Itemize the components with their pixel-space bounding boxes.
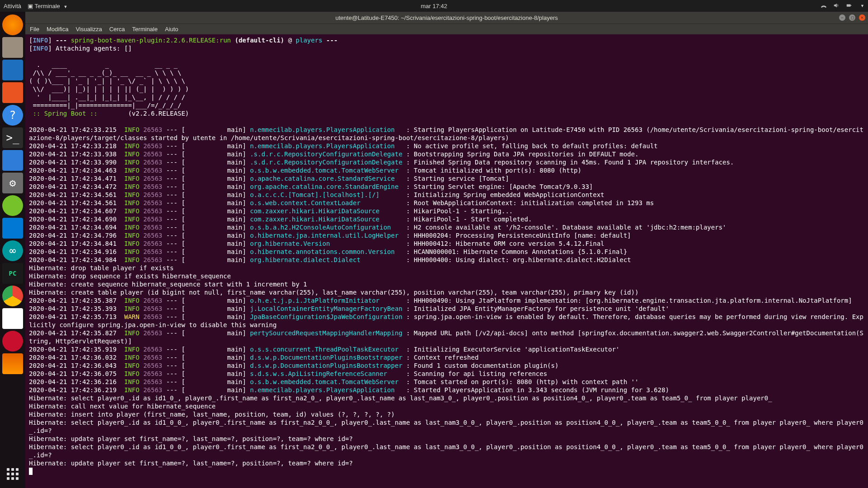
dock-libreoffice-writer[interactable]	[2, 60, 23, 80]
terminal-app-icon: ▣	[28, 3, 33, 9]
dock-vscode[interactable]	[2, 218, 23, 239]
apps-grid-icon	[7, 468, 19, 480]
terminal-output[interactable]: [INFO] --- spring-boot-maven-plugin:2.2.…	[25, 34, 868, 488]
dock-app-cube[interactable]	[2, 308, 23, 329]
chevron-down-icon: ▼	[63, 5, 67, 9]
volume-icon[interactable]	[833, 2, 840, 10]
dock-firefox[interactable]	[2, 14, 23, 35]
dock-arduino[interactable]: ∞	[2, 240, 23, 261]
dock-show-apps[interactable]	[2, 464, 23, 484]
dock-pycharm[interactable]: PC	[2, 263, 23, 284]
dock-files[interactable]	[2, 37, 23, 58]
window-titlebar[interactable]: utente@Latitude-E7450: ~/Scrivania/eserc…	[25, 12, 868, 23]
menu-terminal[interactable]: Terminale	[132, 26, 157, 33]
network-icon[interactable]	[821, 2, 827, 10]
dock-system-monitor[interactable]	[2, 150, 23, 171]
dock-software[interactable]	[2, 82, 23, 103]
svg-rect-1	[851, 5, 852, 6]
window-close-button[interactable]: ×	[859, 14, 865, 21]
terminal-window: utente@Latitude-E7450: ~/Scrivania/eserc…	[25, 12, 868, 488]
dock-terminal[interactable]: >_	[2, 127, 23, 148]
menu-view[interactable]: Visualizza	[75, 26, 102, 33]
app-menu[interactable]: ▣ Terminale ▼	[28, 3, 67, 9]
menu-file[interactable]: File	[30, 26, 39, 33]
dock-chrome[interactable]	[2, 286, 23, 306]
window-minimize-button[interactable]: –	[839, 14, 845, 21]
dock-app-green[interactable]	[2, 195, 23, 216]
dock-help[interactable]: ?	[2, 105, 23, 126]
battery-icon[interactable]	[846, 2, 852, 10]
svg-rect-0	[847, 4, 851, 6]
activities-button[interactable]: Attività	[4, 3, 21, 9]
dock-app-orange[interactable]	[2, 353, 23, 374]
window-title: utente@Latitude-E7450: ~/Scrivania/eserc…	[335, 14, 558, 21]
menu-search[interactable]: Cerca	[109, 26, 125, 33]
terminal-menubar: File Modifica Visualizza Cerca Terminale…	[25, 23, 868, 34]
app-menu-label: Terminale	[34, 3, 60, 9]
dock-settings[interactable]: ⚙	[2, 173, 23, 193]
dock: ? >_ ⚙ ∞ PC	[0, 12, 25, 488]
menu-help[interactable]: Aiuto	[165, 26, 179, 33]
gnome-topbar: Attività ▣ Terminale ▼ mar 17:42 ▼	[0, 0, 868, 12]
window-maximize-button[interactable]: ◻	[849, 14, 855, 21]
clock[interactable]: mar 17:42	[421, 3, 448, 9]
menu-edit[interactable]: Modifica	[47, 26, 68, 33]
dock-app-red[interactable]	[2, 331, 23, 352]
chevron-down-icon[interactable]: ▼	[860, 4, 864, 8]
